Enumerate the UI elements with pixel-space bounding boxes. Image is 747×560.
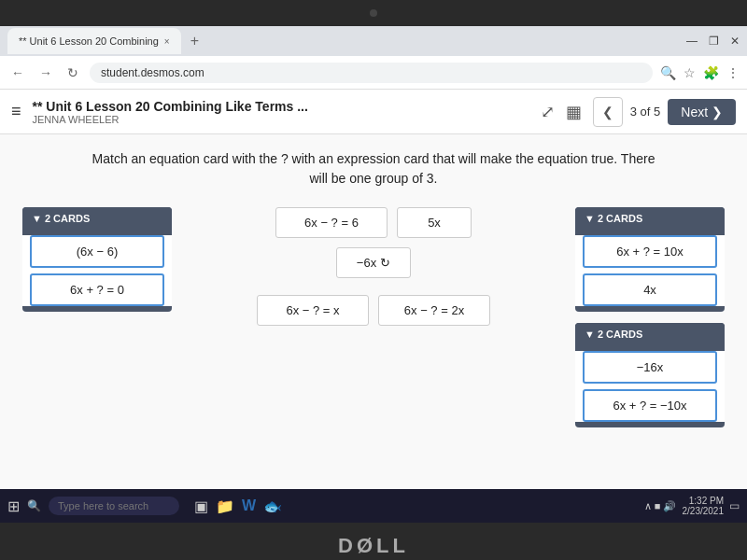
right-card-4[interactable]: 6x + ? = −10x [583, 389, 717, 422]
expand-icon[interactable]: ⤢ [541, 102, 555, 122]
taskbar-app-icons: ▣ 📁 W 🐟 [194, 497, 282, 515]
left-card-2[interactable]: 6x + ? = 0 [30, 273, 164, 306]
middle-row-1: 6x − ? = 6 5x [183, 207, 564, 238]
expression-card-5x[interactable]: 5x [397, 207, 472, 238]
menu-icon[interactable]: ⋮ [726, 65, 740, 80]
back-btn[interactable]: ← [7, 65, 28, 80]
app-header: ≡ ** Unit 6 Lesson 20 Combining Like Ter… [0, 90, 747, 134]
prev-arrow-icon: ❮ [602, 105, 613, 119]
tray-icons: ∧ ■ 🔊 [644, 500, 677, 512]
window-controls: — ❐ ✕ [686, 35, 740, 48]
right-card-2[interactable]: 4x [583, 273, 717, 306]
camera-dot [370, 9, 377, 17]
browser-toolbar: 🔍 ☆ 🧩 ⋮ [660, 65, 740, 80]
right-card-group-1: ▼ 2 CARDS 6x + ? = 10x 4x [575, 207, 725, 312]
tab-bar: ** Unit 6 Lesson 20 Combining × + — ❐ ✕ [0, 26, 747, 56]
minimize-btn[interactable]: — [686, 35, 698, 48]
show-desktop-btn[interactable]: ▭ [729, 499, 740, 512]
header-icons: ⤢ ▦ [541, 102, 582, 122]
left-group-body: (6x − 6) 6x + ? = 0 [22, 235, 172, 306]
active-tab[interactable]: ** Unit 6 Lesson 20 Combining × [7, 28, 181, 54]
dell-logo: DØLL [338, 534, 409, 558]
right-card-group-2: ▼ 2 CARDS −16x 6x + ? = −10x [575, 323, 725, 427]
middle-row-3: 6x − ? = x 6x − ? = 2x [183, 295, 564, 326]
right-column: ▼ 2 CARDS 6x + ? = 10x 4x ▼ 2 CARDS −16x… [575, 207, 725, 427]
right-group-2-body: −16x 6x + ? = −10x [575, 351, 725, 422]
cards-area: ▼ 2 CARDS (6x − 6) 6x + ? = 0 6x − ? = 6… [22, 207, 725, 427]
main-content: Match an equation card with the ? with a… [0, 134, 747, 489]
right-card-1[interactable]: 6x + ? = 10x [583, 235, 717, 268]
middle-row-2: −6x ↻ [183, 247, 564, 278]
word-icon[interactable]: W [242, 497, 256, 514]
tab-label: ** Unit 6 Lesson 20 Combining [19, 35, 159, 47]
expression-card-neg6x[interactable]: −6x ↻ [336, 247, 411, 278]
taskbar-system-tray: ∧ ■ 🔊 1:32 PM 2/23/2021 ▭ [644, 496, 740, 516]
clock-time: 1:32 PM [683, 496, 725, 506]
forward-btn[interactable]: → [35, 65, 56, 80]
start-button[interactable]: ⊞ [7, 497, 20, 515]
maximize-btn[interactable]: ❐ [709, 35, 719, 48]
bezel-top [0, 0, 747, 26]
page-count: 3 of 5 [630, 105, 661, 119]
lesson-title: ** Unit 6 Lesson 20 Combining Like Terms… [33, 99, 529, 114]
taskbar: ⊞ 🔍 ▣ 📁 W 🐟 ∧ ■ 🔊 1:32 PM 2/23/2021 ▭ [0, 489, 747, 523]
taskview-icon[interactable]: ▣ [194, 497, 208, 515]
lesson-title-block: ** Unit 6 Lesson 20 Combining Like Terms… [33, 99, 529, 125]
address-bar[interactable]: student.desmos.com [90, 63, 653, 83]
next-button[interactable]: Next ❯ [668, 99, 736, 125]
tab-close-btn[interactable]: × [164, 36, 170, 47]
calculator-icon[interactable]: ▦ [566, 102, 582, 122]
right-card-3[interactable]: −16x [583, 351, 717, 384]
left-group-header: ▼ 2 CARDS [22, 207, 172, 230]
nav-controls: ❮ 3 of 5 Next ❯ [593, 97, 736, 127]
bookmark-icon[interactable]: ☆ [684, 65, 696, 80]
instructions: Match an equation card with the ? with a… [22, 149, 725, 189]
clock-date: 2/23/2021 [683, 506, 725, 516]
instruction-line1: Match an equation card with the ? with a… [22, 149, 725, 169]
taskbar-search-input[interactable] [49, 497, 179, 515]
lesson-subtitle: JENNA WHEELER [33, 114, 529, 125]
right-group-1-body: 6x + ? = 10x 4x [575, 235, 725, 306]
equation-card-2x[interactable]: 6x − ? = 2x [378, 295, 490, 326]
refresh-icon: ↻ [380, 256, 390, 270]
search-icon-taskbar: 🔍 [27, 499, 41, 512]
taskbar-clock: 1:32 PM 2/23/2021 [683, 496, 725, 516]
hamburger-menu-icon[interactable]: ≡ [11, 102, 21, 121]
middle-column: 6x − ? = 6 5x −6x ↻ 6x − ? = x 6x − ? = … [183, 207, 564, 427]
instruction-line2: will be one group of 3. [22, 169, 725, 189]
right-group-1-header: ▼ 2 CARDS [575, 207, 725, 230]
right-group-2-header: ▼ 2 CARDS [575, 323, 725, 345]
left-card-1[interactable]: (6x − 6) [30, 235, 164, 268]
left-card-group: ▼ 2 CARDS (6x − 6) 6x + ? = 0 [22, 207, 172, 312]
equation-card-x[interactable]: 6x − ? = x [257, 295, 369, 326]
browser-taskbar-icon[interactable]: 🐟 [263, 497, 282, 515]
equation-card-1[interactable]: 6x − ? = 6 [275, 207, 388, 238]
files-icon[interactable]: 📁 [216, 497, 234, 515]
new-tab-btn[interactable]: + [185, 33, 204, 49]
extensions-icon[interactable]: 🧩 [703, 65, 719, 80]
left-column: ▼ 2 CARDS (6x − 6) 6x + ? = 0 [22, 207, 172, 427]
refresh-btn[interactable]: ↻ [63, 65, 82, 80]
bezel-bottom: DØLL [0, 523, 747, 560]
close-btn[interactable]: ✕ [730, 35, 740, 48]
search-icon[interactable]: 🔍 [660, 65, 676, 80]
browser-chrome: ** Unit 6 Lesson 20 Combining × + — ❐ ✕ … [0, 26, 747, 90]
address-bar-row: ← → ↻ student.desmos.com 🔍 ☆ 🧩 ⋮ [0, 56, 747, 90]
prev-page-btn[interactable]: ❮ [593, 97, 623, 127]
